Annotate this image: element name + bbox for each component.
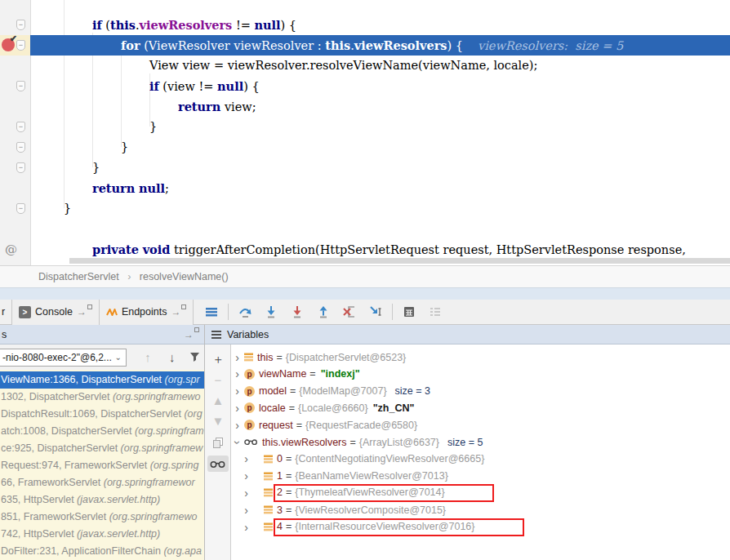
stack-frame-row[interactable]: 635, HttpServlet (javax.servlet.http) (0, 491, 204, 509)
fold-marker-icon[interactable]: − (16, 142, 25, 153)
variable-row[interactable]: ›pviewName="indexj" (232, 366, 730, 383)
add-watch-icon[interactable]: ＋ (207, 351, 229, 367)
stack-frame-row[interactable]: ViewName:1366, DispatcherServlet (org.sp… (0, 371, 204, 389)
stack-frame-row[interactable]: DoFilter:231, ApplicationFilterChain (or… (0, 543, 204, 560)
fold-marker-icon[interactable]: − (16, 20, 25, 30)
variables-tree: ›this={DispatcherServlet@6523}›pviewName… (232, 344, 730, 560)
run-to-cursor-icon[interactable] (367, 304, 385, 319)
fold-marker-icon[interactable]: − (16, 203, 25, 214)
code-line[interactable]: if (this.viewResolvers != null) { (30, 15, 730, 35)
chevron-collapsed-icon[interactable]: › (241, 487, 251, 499)
chevron-collapsed-icon[interactable]: › (232, 385, 243, 397)
chevron-collapsed-icon[interactable]: › (232, 402, 243, 414)
fold-marker-icon[interactable]: − (16, 122, 25, 132)
menu-icon[interactable] (211, 331, 221, 339)
breadcrumb-class[interactable]: DispatcherServlet (38, 271, 119, 282)
pin-icon[interactable]: → (184, 329, 199, 340)
code-line[interactable]: private void triggerAfterCompletion(Http… (30, 239, 730, 260)
equals-sign: = (286, 487, 292, 498)
variable-reference: {BeanNameViewResolver@7013} (295, 470, 448, 482)
step-over-icon[interactable] (236, 304, 254, 319)
chevron-collapsed-icon[interactable]: › (232, 420, 243, 431)
editor-gutter[interactable]: −✔−−−−−−@ (0, 0, 31, 265)
copy-icon[interactable] (207, 434, 229, 451)
code-token: if (92, 18, 102, 32)
chevron-collapsed-icon[interactable]: › (241, 470, 251, 482)
stack-frame-row[interactable]: ce:925, DispatcherServlet (org.springfra… (0, 440, 204, 457)
code-line[interactable] (30, 219, 730, 239)
next-frame-icon[interactable]: ↓ (162, 349, 182, 366)
stack-frame-row[interactable]: atch:1008, DispatcherServlet (org.spring… (0, 423, 204, 440)
code-token: null (139, 181, 165, 195)
chevron-collapsed-icon[interactable]: › (241, 522, 251, 533)
variable-row[interactable]: ›pmodel={ModelMap@7007}size = 3 (232, 383, 730, 400)
code-line[interactable]: return view; (30, 96, 730, 117)
chevron-collapsed-icon[interactable]: › (232, 352, 243, 363)
variable-row[interactable]: ›3={ViewResolverComposite@7015} (232, 501, 730, 518)
pin-icon[interactable]: → (77, 306, 92, 318)
move-up-icon[interactable]: ▲ (207, 392, 229, 408)
menu-icon[interactable] (203, 304, 220, 319)
pin-icon[interactable]: → (171, 306, 186, 318)
previous-frame-icon[interactable]: ↑ (138, 349, 158, 366)
variables-header-label: Variables (227, 329, 269, 340)
frame-location-label: (org.springfram (135, 425, 204, 437)
remove-watch-icon[interactable]: − (207, 371, 229, 388)
fold-marker-icon[interactable]: − (16, 162, 25, 173)
step-into-icon[interactable] (262, 304, 280, 319)
chevron-collapsed-icon[interactable]: › (241, 504, 251, 516)
tab-debugger-partial[interactable]: r (0, 300, 12, 325)
code-line[interactable]: if (view != null) { (30, 76, 730, 96)
move-down-icon[interactable]: ▼ (207, 412, 229, 429)
stack-frame-row[interactable]: 742, HttpServlet (javax.servlet.http) (0, 526, 204, 543)
chevron-expanded-icon[interactable]: › (232, 437, 243, 447)
layout-disabled-icon[interactable] (426, 304, 444, 319)
tab-endpoints[interactable]: Endpoints → (100, 300, 194, 325)
stack-frame-row[interactable]: 1302, DispatcherServlet (org.springframe… (0, 389, 204, 406)
code-editor[interactable]: −✔−−−−−−@ if (this.viewResolvers != null… (0, 0, 730, 265)
variable-row[interactable]: ›plocale={Locale@6660}"zh_CN" (232, 399, 730, 416)
fold-marker-icon[interactable]: − (16, 81, 25, 91)
stack-frame-row[interactable]: 66, FrameworkServlet (org.springframewor (0, 474, 204, 491)
step-out-icon[interactable] (314, 304, 332, 319)
execution-code-line[interactable]: for (ViewResolver viewResolver : this.vi… (30, 35, 730, 56)
tab-console[interactable]: > Console → (12, 300, 100, 325)
code-line[interactable]: } (30, 158, 730, 178)
fold-marker-icon[interactable]: − (16, 40, 25, 51)
code-line[interactable]: } (30, 198, 730, 219)
breadcrumb-method[interactable]: resolveViewName() (140, 271, 229, 282)
evaluate-icon[interactable] (400, 304, 418, 319)
code-token: viewResolvers (354, 38, 447, 52)
variable-row[interactable]: ›4={InternalResourceViewResolver@7016} (232, 518, 730, 536)
variable-row[interactable]: ›1={BeanNameViewResolver@7013} (232, 468, 730, 485)
filter-icon[interactable] (185, 349, 204, 366)
chevron-collapsed-icon[interactable]: › (241, 453, 251, 464)
thread-selector-dropdown[interactable]: -nio-8080-exec-2"@6,2... ⌄ (0, 349, 127, 367)
code-line[interactable]: } (30, 137, 730, 158)
annotation-gutter-icon: @ (5, 239, 17, 260)
stack-frame-row[interactable]: 851, FrameworkServlet (org.springframewo (0, 509, 204, 526)
code-line[interactable]: } (30, 117, 730, 137)
chevron-collapsed-icon[interactable]: › (232, 368, 243, 380)
panel-divider[interactable] (204, 325, 205, 560)
code-line[interactable]: View view = viewResolver.resolveViewName… (30, 56, 730, 76)
variable-name: 4 (277, 521, 283, 532)
frame-method-label: 66, FrameworkServlet (1, 477, 104, 488)
force-step-into-icon[interactable] (288, 304, 306, 319)
variable-row[interactable]: ›this.viewResolvers={ArrayList@6637}size… (232, 433, 730, 451)
stack-frame-row[interactable]: DispatchResult:1069, DispatcherServlet (… (0, 406, 204, 423)
code-line[interactable]: return null; (30, 178, 730, 198)
variable-row[interactable]: ›0={ContentNegotiatingViewResolver@6665} (232, 451, 730, 468)
variable-name: this.viewResolvers (262, 437, 347, 448)
stack-frame-row[interactable]: Request:974, FrameworkServlet (org.sprin… (0, 457, 204, 474)
variable-row[interactable]: ›prequest={RequestFacade@6580} (232, 416, 730, 433)
breakpoint-verified-icon[interactable]: ✔ (2, 38, 15, 51)
variable-row[interactable]: ›2={ThymeleafViewResolver@7014} (232, 484, 730, 501)
show-watches-icon[interactable] (207, 456, 229, 472)
frame-location-label: (javax.servlet.http) (77, 528, 160, 540)
variable-reference: {InternalResourceViewResolver@7016} (295, 521, 474, 532)
console-icon: > (19, 306, 31, 318)
drop-frame-icon[interactable] (341, 304, 358, 319)
frame-method-label: 635, HttpServlet (1, 494, 77, 505)
variable-row[interactable]: ›this={DispatcherServlet@6523} (232, 349, 730, 366)
